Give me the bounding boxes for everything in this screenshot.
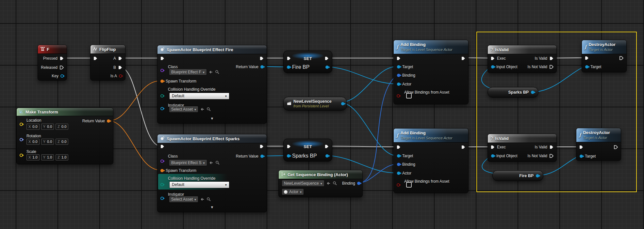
wire-binding-bottom[interactable] [359,164,397,183]
node-get-fire-bp[interactable]: Fire BP [492,170,543,181]
sequence-out-pin[interactable] [341,102,344,105]
exec-out-pin[interactable] [324,144,329,149]
is-valid-exec-pin[interactable] [549,56,554,61]
exec-out-pin[interactable] [614,145,618,149]
node-get-sparks-bp[interactable]: Sparks BP [487,87,538,98]
collision-dropdown[interactable]: Default [169,181,229,188]
collision-dropdown[interactable]: Default [169,93,229,99]
node-is-valid-top[interactable]: IsValid Exec Is Valid Input Object Is No… [487,45,557,73]
node-destroy-actor-bottom[interactable]: DestroyActor Target is Actor Target [576,128,621,161]
node-add-binding-bottom[interactable]: Add Binding Target is Level Sequence Act… [393,128,469,193]
search-icon[interactable] [206,107,211,112]
search-icon[interactable] [215,160,220,165]
browse-back-icon[interactable] [209,160,213,165]
return-value-pin[interactable] [260,65,264,69]
exec-out-pin-b[interactable] [118,65,123,70]
node-make-transform[interactable]: Make Transform Return Value Location X0.… [16,108,113,164]
allow-bindings-checkbox[interactable] [406,93,412,99]
collision-pin[interactable] [160,183,164,186]
node-get-sequence-binding[interactable]: Get Sequence Binding (Actor) NewLevelSeq… [278,170,363,197]
browse-back-icon[interactable] [200,197,205,202]
collapse-arrow-icon[interactable] [210,116,214,121]
binding-out-pin[interactable] [357,182,360,185]
variable-out-pin[interactable] [325,154,329,158]
node-spawnactor-sparks[interactable]: SpawnActor Blueprint Effect Sparks Class… [157,134,267,212]
wire-sequence-target-bottom[interactable] [340,102,397,156]
target-pin[interactable] [585,65,588,69]
actor-pin[interactable] [397,172,400,175]
wire-setfire-actor[interactable] [330,67,397,84]
exec-out-pin-pressed[interactable] [59,56,64,61]
wire-setsparks-addbinding[interactable] [328,146,397,147]
scale-x-field[interactable]: X1.0 [26,154,40,160]
exec-out-pin[interactable] [461,145,466,149]
is-a-pin[interactable] [119,74,122,78]
node-input-key-f[interactable]: F Pressed Released Key [38,45,67,81]
exec-out-pin[interactable] [324,56,329,61]
instigator-pin[interactable] [160,197,164,200]
location-x-field[interactable]: X0.0 [26,124,40,130]
exec-in-pin[interactable] [490,145,495,149]
allow-bindings-checkbox[interactable] [406,182,412,188]
search-icon[interactable] [215,70,220,74]
class-pin[interactable] [160,69,164,72]
is-not-valid-exec-pin[interactable] [549,154,554,158]
variable-out-pin[interactable] [536,174,539,177]
rotation-y-field[interactable]: Y0.0 [41,139,54,145]
scale-z-field[interactable]: Z1.0 [56,154,68,160]
binding-pin[interactable] [397,163,400,166]
sequence-dropdown[interactable]: NewLevelSequence [282,180,324,186]
node-new-level-sequence[interactable]: NewLevelSequence from Persistent Level [283,97,347,111]
spawn-transform-pin[interactable] [160,169,164,172]
node-is-valid-bottom[interactable]: IsValid Exec Is Valid Input Object Is No… [487,134,557,162]
collapse-arrow-icon[interactable] [210,205,214,209]
class-dropdown[interactable]: Blueprint Effect S [169,160,207,166]
variable-out-pin[interactable] [325,66,329,69]
is-valid-exec-pin[interactable] [549,145,554,149]
instigator-dropdown[interactable]: Select Asset [169,196,198,202]
location-pin[interactable] [20,123,23,126]
graph-canvas[interactable]: F Pressed Released Key FlipFlop A B Is A… [0,0,644,229]
wire-transform-fire[interactable] [109,81,160,121]
location-y-field[interactable]: Y0.0 [41,124,54,130]
spawn-transform-pin[interactable] [160,80,164,83]
wire-binding-top[interactable] [359,75,397,183]
exec-in-pin[interactable] [585,56,589,60]
scale-pin[interactable] [20,154,23,157]
target-pin[interactable] [397,65,400,69]
wire-b-spawnsparks[interactable] [120,67,161,146]
collision-pin[interactable] [160,94,164,98]
node-destroy-actor-top[interactable]: DestroyActor Target is Actor Target [582,40,627,72]
class-pin[interactable] [160,160,164,163]
allow-bindings-pin[interactable] [397,183,400,187]
variable-in-pin[interactable] [287,66,290,69]
wire-transform-sparks[interactable] [109,121,160,170]
location-z-field[interactable]: Z0.0 [56,124,68,130]
allow-bindings-pin[interactable] [397,94,400,98]
exec-out-pin-released[interactable] [59,65,64,70]
input-object-pin[interactable] [491,65,494,69]
node-add-binding-top[interactable]: Add Binding Target is Level Sequence Act… [393,40,469,104]
wire-sequence-target-top[interactable] [340,67,397,102]
is-not-valid-exec-pin[interactable] [549,65,554,69]
actor-pin[interactable] [397,83,400,86]
scale-y-field[interactable]: Y1.0 [41,154,54,160]
target-pin[interactable] [397,154,400,158]
return-value-pin[interactable] [260,155,264,158]
exec-in-pin[interactable] [160,56,165,61]
key-pin[interactable] [60,74,64,78]
browse-back-icon[interactable] [208,70,213,74]
variable-out-pin[interactable] [531,91,534,94]
exec-out-pin[interactable] [619,56,624,60]
rotation-x-field[interactable]: X0.0 [26,139,40,145]
node-set-fire-bp[interactable]: SET Fire BP [283,51,332,73]
exec-in-pin[interactable] [93,56,98,61]
class-dropdown[interactable]: Blueprint Effect F [169,69,206,75]
actor-dropdown[interactable]: Actor [282,189,304,195]
node-flipflop[interactable]: FlipFlop A B Is A [90,45,125,81]
browse-back-icon[interactable] [326,181,331,186]
node-set-sparks-bp[interactable]: SET Sparks BP [283,139,332,161]
exec-in-pin[interactable] [287,144,291,149]
instigator-dropdown[interactable]: Select Asset [169,106,198,112]
node-spawnactor-fire[interactable]: SpawnActor Blueprint Effect Fire Class B… [157,45,267,124]
